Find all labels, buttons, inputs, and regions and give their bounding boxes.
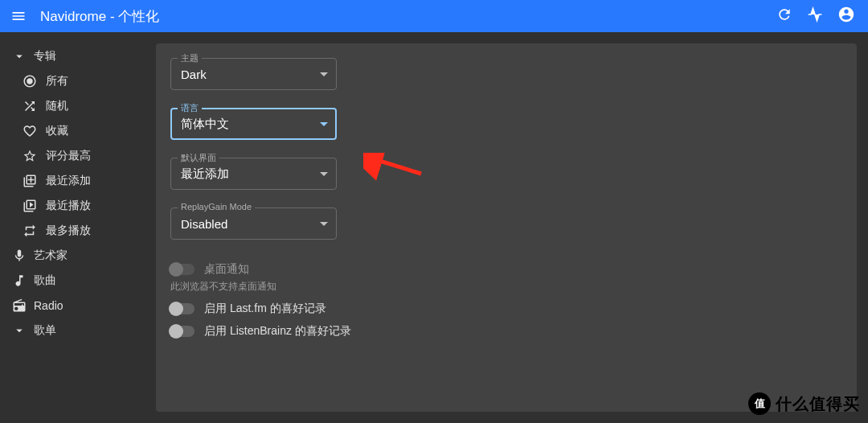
sidebar-item-recently-played[interactable]: 最近播放 [0,193,156,218]
sidebar-item-label: 收藏 [46,124,68,138]
sidebar-item-recently-added[interactable]: 最近添加 [0,168,156,193]
chevron-down-icon [11,322,27,339]
field-label: ReplayGain Mode [178,202,255,212]
watermark-badge: 值 [748,392,771,415]
sidebar-item-radio[interactable]: Radio [0,293,156,318]
sidebar-item-label: 评分最高 [46,149,91,163]
appbar-actions [776,6,860,27]
replaygain-select[interactable]: ReplayGain Mode Disabled [170,207,337,240]
toggle-label: 启用 ListenBrainz 的喜好记录 [204,324,351,339]
radio-checked-icon [22,73,38,89]
activity-icon [807,6,823,23]
shuffle-icon [22,98,38,114]
sidebar-item-all[interactable]: 所有 [0,68,156,93]
sidebar-item-label: 随机 [46,99,68,113]
library-add-icon [22,173,38,189]
dropdown-arrow-icon [320,222,328,226]
listenbrainz-toggle[interactable] [170,326,194,337]
sidebar-label: 歌曲 [34,273,56,288]
repeat-icon [22,223,38,239]
star-icon [22,148,38,164]
page-title: Navidrome - 个性化 [40,7,776,26]
field-label: 语言 [178,102,202,114]
theme-select[interactable]: 主题 Dark [170,58,337,90]
default-view-select[interactable]: 默认界面 最近添加 [170,158,337,190]
field-value: Dark [181,68,320,81]
music-note-icon [11,273,27,289]
radio-icon [11,298,27,314]
toggle-label: 桌面通知 [204,262,249,277]
sidebar-group-albums[interactable]: 专辑 [0,43,156,68]
sidebar-item-artists[interactable]: 艺术家 [0,243,156,268]
sidebar-group-playlists[interactable]: 歌单 [0,318,156,343]
sidebar-item-top-rated[interactable]: 评分最高 [0,143,156,168]
menu-button[interactable] [8,6,29,27]
hamburger-icon [10,8,27,24]
field-value: 简体中文 [181,117,320,132]
dropdown-arrow-icon [320,72,328,76]
listenbrainz-toggle-row: 启用 ListenBrainz 的喜好记录 [170,324,842,339]
sidebar-item-most-played[interactable]: 最多播放 [0,218,156,243]
sidebar-item-favorites[interactable]: 收藏 [0,118,156,143]
chevron-down-icon [11,48,27,64]
desktop-notifications-toggle-row: 桌面通知 [170,262,842,277]
language-select[interactable]: 语言 简体中文 [170,108,337,140]
sidebar-label: 歌单 [34,323,56,338]
sidebar-item-label: 所有 [46,74,68,88]
watermark: 值 什么值得买 [748,392,860,415]
sidebar: 专辑 所有 随机 收藏 评分最高 最近添加 最近播放 最多播放 [0,32,156,423]
field-value: 最近添加 [181,166,320,182]
heart-icon [22,123,38,139]
field-value: Disabled [181,217,320,231]
watermark-text: 什么值得买 [776,393,860,415]
dropdown-arrow-icon [320,172,328,176]
account-button[interactable] [837,6,855,27]
sidebar-label: 专辑 [34,49,56,64]
mic-icon [11,248,27,264]
toggle-label: 启用 Last.fm 的喜好记录 [204,302,326,316]
desktop-notifications-toggle [170,264,194,275]
sidebar-item-label: 最近播放 [46,199,91,213]
library-play-icon [22,198,38,214]
sidebar-item-random[interactable]: 随机 [0,93,156,118]
notifications-caption: 此浏览器不支持桌面通知 [170,280,842,294]
refresh-button[interactable] [776,6,792,26]
account-icon [837,6,855,23]
refresh-icon [776,6,792,23]
dropdown-arrow-icon [320,122,328,126]
sidebar-label: Radio [34,299,63,312]
sidebar-item-label: 最多播放 [46,224,91,238]
lastfm-toggle-row: 启用 Last.fm 的喜好记录 [170,302,842,316]
activity-button[interactable] [807,6,823,26]
sidebar-label: 艺术家 [34,248,68,263]
field-label: 主题 [178,52,202,64]
lastfm-toggle[interactable] [170,303,194,314]
sidebar-item-songs[interactable]: 歌曲 [0,268,156,293]
appbar: Navidrome - 个性化 [0,0,868,32]
sidebar-item-label: 最近添加 [46,174,91,188]
settings-card: 主题 Dark 语言 简体中文 默认界面 最近添加 [156,43,857,412]
field-label: 默认界面 [178,152,219,164]
